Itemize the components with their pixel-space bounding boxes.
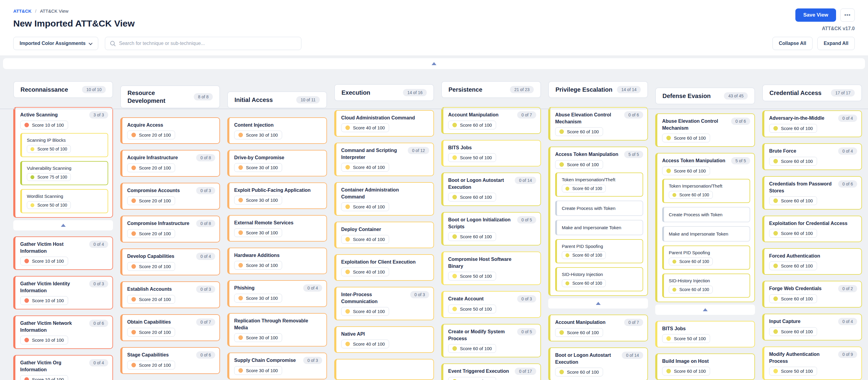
subtechnique-card[interactable]: Parent PID SpoofingScore 60 of 100 bbox=[662, 245, 750, 270]
technique-card[interactable]: Active Scanning3 of 3Score 10 of 100Scan… bbox=[13, 107, 113, 218]
expand-all-button[interactable]: Expand All bbox=[817, 37, 855, 50]
technique-card[interactable]: BITS JobsScore 50 of 100 bbox=[441, 140, 541, 167]
technique-card[interactable]: Cloud Administration CommandScore 40 of … bbox=[334, 110, 434, 137]
technique-card[interactable]: Gather Victim Org Information0 of 4Score… bbox=[13, 355, 113, 380]
technique-card[interactable]: Boot or Logon Autostart Execution0 of 14… bbox=[441, 173, 541, 206]
score-dot-icon bbox=[239, 165, 243, 170]
tactic-header: Defense Evasion43 of 45 bbox=[655, 87, 755, 104]
technique-card[interactable]: Exploit Public-Facing ApplicationScore 3… bbox=[227, 182, 327, 209]
subtechnique-card[interactable]: Parent PID SpoofingScore 60 of 100 bbox=[555, 239, 643, 263]
technique-card[interactable]: Gather Victim Host Information0 of 4Scor… bbox=[13, 236, 113, 270]
subtechnique-card[interactable]: Make and Impersonate Token bbox=[662, 226, 750, 241]
technique-card[interactable]: Deploy ContainerScore 40 of 100 bbox=[334, 222, 434, 248]
technique-card[interactable]: Stage Capabilities0 of 6Score 20 of 100 bbox=[120, 347, 220, 374]
toolbar: Imported Color Assignments Collapse All … bbox=[0, 37, 868, 56]
breadcrumb-home-link[interactable]: ATT&CK bbox=[13, 8, 32, 13]
score-badge: Score 30 of 100 bbox=[234, 196, 282, 204]
technique-card[interactable] bbox=[334, 359, 434, 380]
subtechnique-card[interactable]: Vulnerability ScanningScore 75 of 100 bbox=[20, 161, 108, 185]
technique-card[interactable]: Forced AuthenticationScore 60 of 100 bbox=[762, 248, 862, 275]
technique-card[interactable]: Phishing0 of 4Score 30 of 100 bbox=[227, 280, 327, 307]
technique-card[interactable]: Boot or Logon Autostart Execution0 of 14… bbox=[548, 347, 648, 380]
technique-card[interactable]: Compromise Infrastructure0 of 8Score 20 … bbox=[120, 216, 220, 242]
technique-card[interactable]: Abuse Elevation Control Mechanism0 of 6S… bbox=[655, 113, 755, 147]
technique-card[interactable]: Event Triggered Execution0 of 17Score 60… bbox=[441, 363, 541, 380]
technique-card[interactable]: Brute Force0 of 4Score 60 of 100 bbox=[762, 143, 862, 170]
subtechnique-card[interactable]: Token Impersonation/TheftScore 60 of 100 bbox=[555, 173, 643, 197]
technique-group: Create or Modify System Process0 of 5Sco… bbox=[441, 324, 541, 357]
technique-card[interactable]: Credentials from Password Stores0 of 6Sc… bbox=[762, 176, 862, 210]
technique-card[interactable]: Access Token Manipulation5 of 5Score 60 … bbox=[655, 153, 755, 302]
collapse-group-button[interactable] bbox=[655, 304, 755, 315]
technique-card[interactable]: Native APIScore 40 of 100 bbox=[334, 326, 434, 353]
subtechnique-card[interactable]: Create Process with Token bbox=[555, 201, 643, 216]
technique-card[interactable]: Replication Through Removable MediaScore… bbox=[227, 313, 327, 347]
technique-title-row: Obtain Capabilities0 of 7 bbox=[127, 319, 215, 326]
subtechnique-card[interactable]: Make and Impersonate Token bbox=[555, 220, 643, 235]
technique-name: Create Account bbox=[448, 295, 484, 302]
collapse-group-button[interactable] bbox=[548, 298, 648, 309]
technique-card[interactable]: Forge Web Credentials0 of 2Score 60 of 1… bbox=[762, 281, 862, 308]
technique-card[interactable]: Access Token Manipulation5 of 5Score 60 … bbox=[548, 147, 648, 296]
technique-card[interactable]: Input Capture0 of 4Score 60 of 100 bbox=[762, 314, 862, 341]
technique-card[interactable]: Create Account0 of 3Score 50 of 100 bbox=[441, 291, 541, 318]
technique-card[interactable]: BITS JobsScore 50 of 100 bbox=[655, 321, 755, 347]
subtechnique-card[interactable]: Scanning IP BlocksScore 50 of 100 bbox=[20, 133, 108, 157]
technique-card[interactable]: Content InjectionScore 30 of 100 bbox=[227, 117, 327, 144]
technique-card[interactable]: Acquire Infrastructure0 of 8Score 20 of … bbox=[120, 150, 220, 177]
tactic-header-band: Execution14 of 16 bbox=[334, 81, 434, 101]
subtechnique-card[interactable]: SID-History InjectionScore 60 of 100 bbox=[662, 273, 750, 298]
technique-card[interactable]: Modify Authentication Process0 of 9Score… bbox=[762, 347, 862, 380]
technique-title-row: Adversary-in-the-Middle0 of 4 bbox=[769, 115, 857, 122]
technique-card[interactable]: Supply Chain Compromise0 of 3Score 30 of… bbox=[227, 353, 327, 379]
collapse-all-button[interactable]: Collapse All bbox=[772, 37, 812, 50]
technique-card[interactable]: Container Administration CommandScore 40… bbox=[334, 182, 434, 216]
top-header: ATT&CK / ATT&CK View New Imported ATT&CK… bbox=[0, 0, 868, 37]
technique-card[interactable]: Hardware AdditionsScore 30 of 100 bbox=[227, 247, 327, 274]
technique-card[interactable]: Command and Scripting Interpreter0 of 12… bbox=[334, 143, 434, 176]
technique-card[interactable]: Drive-by CompromiseScore 30 of 100 bbox=[227, 150, 327, 176]
collapse-header-strip[interactable] bbox=[3, 58, 865, 69]
technique-list: Abuse Elevation Control Mechanism0 of 6S… bbox=[548, 107, 648, 380]
technique-card[interactable]: Acquire AccessScore 20 of 100 bbox=[120, 117, 220, 144]
technique-title-row: Stage Capabilities0 of 6 bbox=[127, 351, 215, 358]
technique-card[interactable]: Compromise Accounts0 of 3Score 20 of 100 bbox=[120, 183, 220, 210]
save-view-button[interactable]: Save View bbox=[795, 8, 836, 22]
score-badge: Score 10 of 100 bbox=[20, 336, 68, 344]
technique-card[interactable]: Establish Accounts0 of 3Score 20 of 100 bbox=[120, 282, 220, 308]
chevron-down-icon bbox=[89, 41, 93, 45]
technique-card[interactable]: Develop Capabilities0 of 4Score 20 of 10… bbox=[120, 249, 220, 275]
search-input[interactable] bbox=[119, 41, 297, 46]
subtechnique-card[interactable]: Wordlist ScanningScore 50 of 100 bbox=[20, 189, 108, 213]
score-dot-icon bbox=[773, 231, 778, 236]
technique-card[interactable]: Gather Victim Identity Information0 of 3… bbox=[13, 276, 113, 310]
technique-card[interactable]: Create or Modify System Process0 of 5Sco… bbox=[441, 324, 541, 357]
technique-card[interactable]: Abuse Elevation Control Mechanism0 of 6S… bbox=[548, 107, 648, 141]
score-label: Score 50 of 100 bbox=[460, 155, 492, 160]
subtechnique-card[interactable]: Token Impersonation/TheftScore 60 of 100 bbox=[662, 179, 750, 203]
more-options-button[interactable]: ••• bbox=[840, 8, 855, 22]
technique-card[interactable]: Build Image on HostScore 60 of 100 bbox=[655, 353, 755, 380]
technique-card[interactable]: Obtain Capabilities0 of 7Score 20 of 100 bbox=[120, 314, 220, 341]
technique-card[interactable]: External Remote ServicesScore 30 of 100 bbox=[227, 215, 327, 241]
technique-name: Compromise Host Software Binary bbox=[448, 256, 527, 270]
technique-card[interactable]: Exploitation for Credential AccessScore … bbox=[762, 216, 862, 242]
technique-card[interactable]: Account Manipulation0 of 7Score 60 of 10… bbox=[548, 315, 648, 342]
technique-card[interactable]: Exploitation for Client ExecutionScore 4… bbox=[334, 254, 434, 281]
search-box[interactable] bbox=[105, 37, 301, 50]
subtechnique-card[interactable]: SID-History InjectionScore 60 of 100 bbox=[555, 267, 643, 291]
technique-card[interactable]: Compromise Host Software BinaryScore 50 … bbox=[441, 252, 541, 285]
technique-card[interactable]: Account Manipulation0 of 7Score 60 of 10… bbox=[441, 107, 541, 134]
color-assignments-dropdown[interactable]: Imported Color Assignments bbox=[13, 37, 98, 50]
score-badge: Score 50 of 100 bbox=[448, 272, 496, 281]
subtechnique-card[interactable]: Create Process with Token bbox=[662, 207, 750, 222]
score-label: Score 30 of 100 bbox=[246, 198, 278, 203]
score-dot-icon bbox=[773, 199, 778, 203]
technique-card[interactable]: Boot or Logon Initialization Scripts0 of… bbox=[441, 212, 541, 245]
collapse-group-button[interactable] bbox=[13, 220, 113, 230]
technique-title-row: Boot or Logon Autostart Execution0 of 14 bbox=[448, 177, 536, 191]
score-badge: Score 10 of 100 bbox=[20, 296, 68, 305]
technique-card[interactable]: Inter-Process Communication0 of 3Score 4… bbox=[334, 287, 434, 320]
technique-card[interactable]: Adversary-in-the-Middle0 of 4Score 60 of… bbox=[762, 110, 862, 137]
technique-card[interactable]: Gather Victim Network Information0 of 6S… bbox=[13, 316, 113, 349]
